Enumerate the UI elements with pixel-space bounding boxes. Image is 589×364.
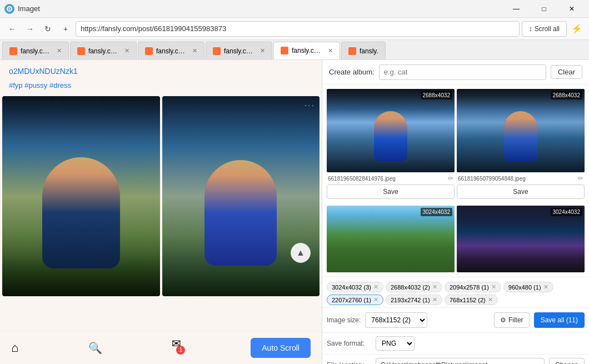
refresh-button[interactable]: ↻ xyxy=(40,21,56,37)
home-icon: ⌂ xyxy=(11,341,18,355)
tab-2[interactable]: fansly.com ✕ xyxy=(70,42,137,59)
filter-tag-0[interactable]: 3024x4032 (3) ✕ xyxy=(327,282,383,292)
titlebar-left: Imaget xyxy=(4,4,40,14)
controls-row: Image size: 768x1152 (2) 3024x4032 (3) 2… xyxy=(322,307,589,332)
album-input[interactable] xyxy=(379,64,546,80)
tab-label-4: fansly.com xyxy=(224,47,254,55)
filter-tag-label-3: 960x480 (1) xyxy=(508,284,541,291)
filter-tag-6[interactable]: 768x1152 (2) ✕ xyxy=(445,295,498,305)
filter-tag-5[interactable]: 2193x2742 (1) ✕ xyxy=(386,295,442,305)
filter-tag-close-4[interactable]: ✕ xyxy=(373,296,378,303)
scroll-up-button[interactable]: ▲ xyxy=(291,243,311,263)
tab-close-1[interactable]: ✕ xyxy=(57,47,62,54)
tab-close-2[interactable]: ✕ xyxy=(124,47,129,54)
grid-filename-1: 661819650828414976.jpeg ✏ xyxy=(327,172,455,185)
location-input[interactable] xyxy=(376,358,545,364)
filter-tag-close-6[interactable]: ✕ xyxy=(488,296,493,303)
image-size-label: Image size: xyxy=(327,316,361,324)
filter-tag-label-2: 2094x2578 (1) xyxy=(450,284,489,291)
filter-tag-close-1[interactable]: ✕ xyxy=(432,283,437,291)
tab-close-4[interactable]: ✕ xyxy=(260,47,265,54)
grid-item-1: 2688x4032 661819650828414976.jpeg ✏ Save xyxy=(327,89,455,201)
image-grid-bottom: 3024x4032 3024x4032 xyxy=(322,206,589,277)
home-icon-container[interactable]: ⌂ xyxy=(11,341,18,355)
img-dimensions-2: 2688x4032 xyxy=(551,91,583,99)
tab-3[interactable]: fansly.com ✕ xyxy=(138,42,204,59)
tab-favicon-2 xyxy=(77,47,85,55)
tab-1[interactable]: fansly.com ✕ xyxy=(2,42,69,59)
change-button[interactable]: Change xyxy=(549,358,585,364)
address-bar[interactable] xyxy=(76,21,520,37)
img-dimensions-4: 3024x4032 xyxy=(551,208,583,216)
main-layout: o2MDUxNDUzNzk1 #fyp #pussy #dress · xyxy=(0,60,589,364)
filter-button[interactable]: ⚙ Filter xyxy=(494,312,530,328)
filter-tag-label-1: 2688x4032 (2) xyxy=(391,284,430,291)
grid-image-1: 2688x4032 xyxy=(327,89,455,172)
filter-tag-1[interactable]: 2688x4032 (2) ✕ xyxy=(386,282,442,292)
maximize-button[interactable]: □ xyxy=(531,0,557,18)
grid-image-2: 2688x4032 xyxy=(457,89,585,172)
tab-label-5: fansly.com xyxy=(292,47,322,54)
post-tags: #fyp #pussy #dress xyxy=(9,81,313,89)
filter-tag-2[interactable]: 2094x2578 (1) ✕ xyxy=(445,282,501,292)
tab-close-3[interactable]: ✕ xyxy=(192,47,197,54)
img-dimensions-1: 2688x4032 xyxy=(421,91,453,99)
img-dimensions-3: 3024x4032 xyxy=(421,208,453,216)
tab-label-6: fansly. xyxy=(360,47,378,55)
filter-tag-close-0[interactable]: ✕ xyxy=(373,283,378,291)
post-username[interactable]: o2MDUxNDUzNzk1 xyxy=(9,67,313,76)
location-label: File location: xyxy=(327,361,371,364)
app-logo xyxy=(4,4,14,14)
save-all-button[interactable]: Save all (11) xyxy=(534,312,585,328)
back-button[interactable]: ← xyxy=(4,21,20,37)
tab-close-5[interactable]: ✕ xyxy=(328,47,333,54)
imaget-panel: Create album: Clear 2688x4032 6618196508… xyxy=(322,60,589,364)
titlebar: Imaget — □ ✕ xyxy=(0,0,589,18)
new-tab-button[interactable]: + xyxy=(58,21,73,37)
post-images: ··· ▲ xyxy=(0,96,322,331)
minimize-button[interactable]: — xyxy=(503,0,529,18)
filter-tag-close-5[interactable]: ✕ xyxy=(432,296,437,303)
filter-label: Filter xyxy=(508,316,523,324)
album-header: Create album: Clear xyxy=(322,60,589,84)
edit-icon-1[interactable]: ✏ xyxy=(448,174,453,182)
filename-text-1: 661819650828414976.jpeg xyxy=(328,176,396,182)
forward-button[interactable]: → xyxy=(22,21,38,37)
extension-button[interactable]: ⚡ xyxy=(569,21,585,37)
tab-6[interactable]: fansly. xyxy=(341,42,386,59)
grid-filename-2: 661819650799054848.jpeg ✏ xyxy=(457,172,585,185)
filter-tag-4[interactable]: 2207x2760 (1) ✕ xyxy=(327,295,383,305)
tab-favicon-1 xyxy=(9,47,17,55)
app-title: Imaget xyxy=(18,4,40,13)
filter-tag-close-2[interactable]: ✕ xyxy=(491,283,496,291)
location-row: File location: Change xyxy=(322,354,589,364)
filter-tag-3[interactable]: 960x480 (1) ✕ xyxy=(503,282,553,292)
auto-scroll-button[interactable]: Auto Scroll xyxy=(251,338,311,358)
search-icon-container[interactable]: 🔍 xyxy=(88,341,102,355)
filter-tag-close-3[interactable]: ✕ xyxy=(543,283,548,291)
clear-button[interactable]: Clear xyxy=(551,65,582,79)
scroll-all-button[interactable]: ↕ Scroll all xyxy=(522,21,567,37)
titlebar-controls: — □ ✕ xyxy=(503,0,585,18)
close-button[interactable]: ✕ xyxy=(559,0,585,18)
edit-icon-2[interactable]: ✏ xyxy=(578,174,583,182)
post-image-right: ··· ▲ xyxy=(162,96,320,296)
filter-tag-label-0: 3024x4032 (3) xyxy=(332,284,371,291)
format-select[interactable]: PNG JPG WEBP xyxy=(376,336,415,351)
save-button-2[interactable]: Save xyxy=(457,185,585,199)
tab-favicon-5 xyxy=(281,47,288,54)
browser-bottom: ⌂ 🔍 ✉ 1 Auto Scroll xyxy=(0,331,322,364)
messages-icon-container[interactable]: ✉ 1 xyxy=(172,337,181,359)
tab-favicon-4 xyxy=(213,47,221,55)
image-size-select[interactable]: 768x1152 (2) 3024x4032 (3) 2688x4032 (2)… xyxy=(365,312,427,328)
tab-label-1: fansly.com xyxy=(21,47,51,55)
post-image-left xyxy=(2,96,160,296)
image-dots[interactable]: ··· xyxy=(305,101,315,111)
save-button-1[interactable]: Save xyxy=(327,185,455,199)
album-label: Create album: xyxy=(329,68,375,76)
tab-5[interactable]: fansly.com ✕ xyxy=(273,42,340,59)
tab-4[interactable]: fansly.com ✕ xyxy=(206,42,272,59)
browser-panel: o2MDUxNDUzNzk1 #fyp #pussy #dress · xyxy=(0,60,322,364)
notification-badge: 1 xyxy=(176,346,185,355)
tab-favicon-6 xyxy=(348,47,356,55)
